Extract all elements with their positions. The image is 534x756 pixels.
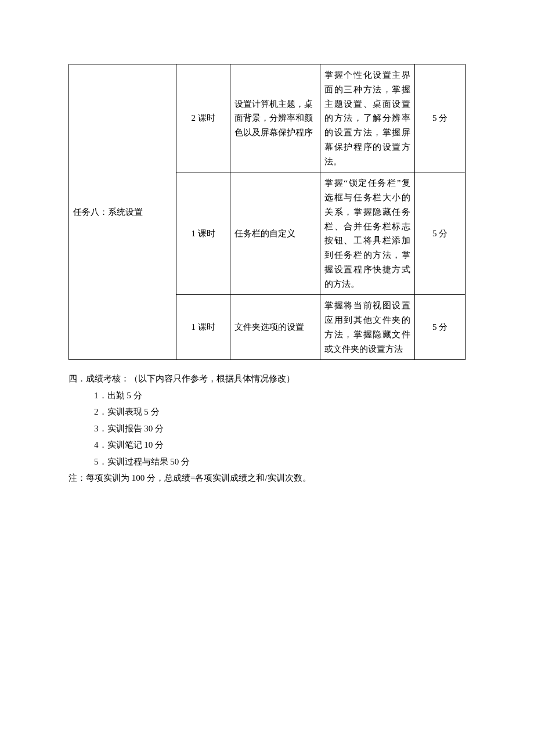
content-cell: 文件夹选项的设置 — [230, 295, 320, 360]
task-cell: 任务八：系统设置 — [69, 64, 176, 360]
list-item: 2．实训表现 5 分 — [68, 404, 466, 420]
score-cell: 5 分 — [415, 64, 466, 172]
list-item: 1．出勤 5 分 — [68, 387, 466, 404]
content-cell: 任务栏的自定义 — [230, 172, 320, 295]
score-cell: 5 分 — [415, 295, 466, 360]
time-cell: 1 课时 — [176, 295, 230, 360]
list-item: 5．实训过程与结果 50 分 — [68, 453, 466, 470]
time-cell: 2 课时 — [176, 64, 230, 172]
objective-cell: 掌握“锁定任务栏”复选框与任务栏大小的关系，掌握隐藏任务栏、合并任务栏标志按钮、… — [320, 172, 415, 295]
syllabus-table: 任务八：系统设置 2 课时 设置计算机主题，桌面背景，分辨率和颜色以及屏幕保护程… — [68, 64, 466, 360]
list-item: 4．实训笔记 10 分 — [68, 437, 466, 453]
time-cell: 1 课时 — [176, 172, 230, 295]
table-row: 任务八：系统设置 2 课时 设置计算机主题，桌面背景，分辨率和颜色以及屏幕保护程… — [69, 64, 466, 172]
content-cell: 设置计算机主题，桌面背景，分辨率和颜色以及屏幕保护程序 — [230, 64, 320, 172]
assessment-list: 1．出勤 5 分 2．实训表现 5 分 3．实训报告 30 分 4．实训笔记 1… — [68, 387, 466, 470]
score-cell: 5 分 — [415, 172, 466, 295]
note-text: 注：每项实训为 100 分，总成绩=各项实训成绩之和/实训次数。 — [68, 470, 466, 487]
objective-cell: 掌握个性化设置主界面的三种方法，掌握主题设置、桌面设置的方法，了解分辨率的设置方… — [320, 64, 415, 172]
section-heading: 四．成绩考核：（以下内容只作参考，根据具体情况修改） — [68, 370, 466, 387]
objective-cell: 掌握将当前视图设置应用到其他文件夹的方法，掌握隐藏文件或文件夹的设置方法 — [320, 295, 415, 360]
list-item: 3．实训报告 30 分 — [68, 420, 466, 437]
